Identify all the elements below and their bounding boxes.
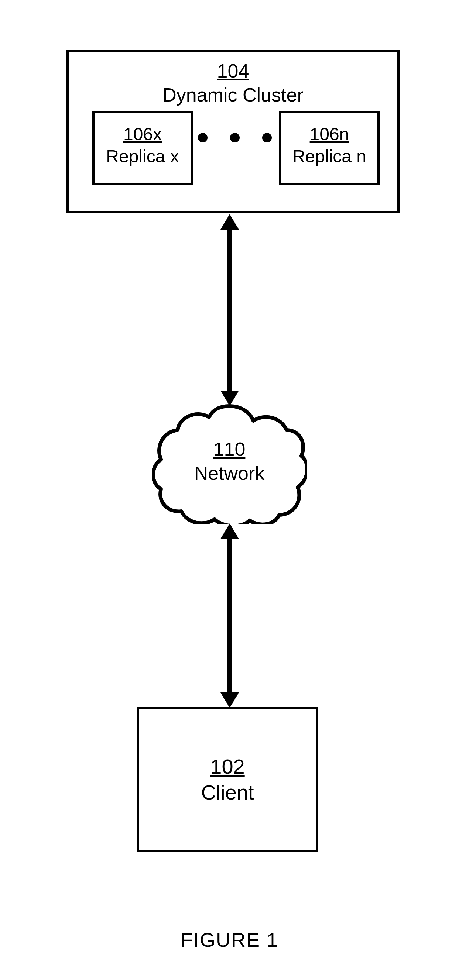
cluster-header: 104 Dynamic Cluster [69,59,397,107]
dot-icon [198,133,207,143]
network-text: 110 Network [152,438,307,485]
dot-icon [262,133,272,143]
replica-n-label: Replica n [292,146,366,166]
figure-caption: FIGURE 1 [0,928,459,951]
network-cloud: 110 Network [152,401,307,524]
cluster-label: Dynamic Cluster [163,84,303,105]
replica-x-text: 106x Replica x [94,123,191,167]
replica-x-label: Replica x [106,146,179,166]
dot-icon [230,133,240,143]
ellipsis-icon [198,133,272,143]
arrow-head-up-icon [220,523,239,539]
client-label: Client [201,781,254,804]
replica-x-box: 106x Replica x [92,111,193,185]
cluster-ref: 104 [217,60,249,81]
replica-x-ref: 106x [123,124,162,144]
client-text: 102 Client [139,754,316,805]
network-ref: 110 [214,439,245,460]
replica-n-box: 106n Replica n [279,111,379,185]
arrow-cluster-network [227,228,232,391]
client-box: 102 Client [137,707,318,852]
network-label: Network [194,463,265,484]
arrow-network-client [227,538,232,692]
replica-n-ref: 106n [310,124,349,144]
replica-n-text: 106n Replica n [281,123,378,167]
figure-canvas: 104 Dynamic Cluster 106x Replica x 106n … [0,0,459,980]
client-ref: 102 [210,755,244,778]
arrow-head-down-icon [220,692,239,708]
arrow-head-up-icon [220,214,239,229]
